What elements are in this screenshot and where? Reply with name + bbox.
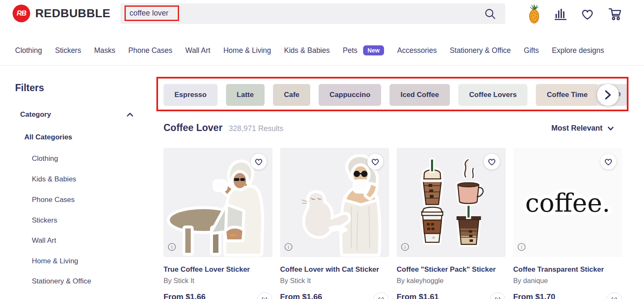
product-image-woman-robe-coffee-table[interactable]: i — [164, 148, 273, 257]
sticker-text: coffee. — [525, 188, 610, 218]
price-row: From $1.70 — [513, 292, 622, 299]
pineapple-avatar-icon[interactable] — [527, 4, 541, 24]
product-artist[interactable]: By kaleyhoggle — [397, 277, 506, 285]
product-card[interactable]: i Coffee Lover with Cat Sticker By Stick… — [280, 148, 389, 299]
product-card[interactable]: i True Coffee Lover Sticker By Stick It … — [164, 148, 273, 299]
annotation-search-highlight — [125, 5, 179, 21]
product-card[interactable]: coffee. i Coffee Transparent Sticker By … — [513, 148, 622, 299]
sidebar-item-wall-art[interactable]: Wall Art — [32, 236, 56, 245]
favorite-button[interactable] — [251, 154, 267, 170]
filters-title: Filters — [15, 82, 44, 94]
header-icons — [527, 0, 622, 28]
svg-text:i: i — [171, 244, 173, 250]
svg-text:i: i — [521, 244, 522, 250]
price-row: From $1.61 — [397, 292, 506, 299]
info-icon[interactable]: i — [168, 243, 176, 253]
new-badge: New — [363, 45, 384, 55]
nav-item-explore-designs[interactable]: Explore designs — [552, 46, 604, 55]
sidebar-item-all-categories[interactable]: All Categories — [24, 133, 72, 142]
nav-item-wall-art[interactable]: Wall Art — [185, 46, 210, 55]
chevron-up-icon — [127, 111, 133, 118]
nav-item-pets[interactable]: Pets New — [343, 45, 384, 55]
results-title: Coffee Lover — [164, 122, 223, 134]
category-nav: Clothing Stickers Masks Phone Cases Wall… — [15, 42, 604, 59]
redbubble-logo-icon: RB — [13, 5, 30, 22]
nav-item-phone-cases[interactable]: Phone Cases — [128, 46, 172, 55]
add-to-cart-icon[interactable] — [490, 292, 506, 299]
price-row: From $1.66 — [164, 292, 273, 299]
redbubble-search-page: RB REDBUBBLE coffee lover — [0, 0, 644, 299]
sidebar-item-clothing[interactable]: Clothing — [32, 155, 58, 163]
favorite-button[interactable] — [600, 154, 616, 170]
nav-item-home-living[interactable]: Home & Living — [223, 46, 271, 55]
category-filter-label: Category — [20, 110, 51, 119]
product-price: From $1.66 — [280, 292, 322, 299]
logo-monogram: RB — [17, 9, 26, 18]
info-icon[interactable]: i — [284, 243, 293, 253]
sort-dropdown[interactable]: Most Relevant — [551, 124, 614, 133]
product-title[interactable]: Coffee Lover with Cat Sticker — [280, 265, 389, 274]
product-title[interactable]: True Coffee Lover Sticker — [164, 265, 273, 274]
nav-item-clothing[interactable]: Clothing — [15, 46, 42, 55]
sidebar-item-phone-cases[interactable]: Phone Cases — [32, 196, 75, 204]
search-icon[interactable] — [484, 8, 496, 21]
nav-item-stickers[interactable]: Stickers — [55, 46, 81, 55]
nav-item-gifts[interactable]: Gifts — [524, 46, 539, 55]
product-artist[interactable]: By Stick It — [164, 277, 273, 285]
product-price: From $1.70 — [513, 292, 555, 299]
price-row: From $1.66 — [280, 292, 389, 299]
sidebar-item-home-living[interactable]: Home & Living — [32, 257, 78, 265]
info-icon[interactable]: i — [517, 243, 526, 253]
nav-item-pets-label: Pets — [343, 46, 358, 55]
sidebar-item-stickers[interactable]: Stickers — [32, 216, 57, 225]
category-filter-header[interactable]: Category — [20, 110, 133, 119]
product-card[interactable]: i Coffee "Sticker Pack" Sticker By kaley… — [397, 148, 506, 299]
product-price: From $1.61 — [397, 292, 439, 299]
header: RB REDBUBBLE coffee lover — [0, 0, 644, 28]
info-icon[interactable]: i — [401, 243, 409, 253]
sidebar-item-stationery-office[interactable]: Stationery & Office — [32, 277, 91, 286]
results-header: Coffee Lover 328,971 Results — [164, 122, 283, 134]
chevron-down-icon — [608, 125, 614, 132]
nav-item-accessories[interactable]: Accessories — [397, 46, 436, 55]
svg-text:i: i — [288, 244, 289, 250]
annotation-chips-highlight — [156, 77, 628, 111]
nav-item-kids-babies[interactable]: Kids & Babies — [284, 46, 330, 55]
sidebar-item-kids-babies[interactable]: Kids & Babies — [32, 175, 76, 184]
nav-item-masks[interactable]: Masks — [94, 46, 115, 55]
sort-selected-value: Most Relevant — [551, 124, 602, 133]
redbubble-logo[interactable]: RB REDBUBBLE — [13, 5, 110, 22]
product-image-coffee-sticker-pack[interactable]: i — [397, 148, 506, 257]
add-to-cart-icon[interactable] — [257, 292, 273, 299]
svg-text:i: i — [404, 244, 406, 250]
product-title[interactable]: Coffee Transparent Sticker — [513, 265, 622, 274]
heart-icon[interactable] — [580, 8, 595, 21]
favorite-button[interactable] — [367, 154, 383, 170]
cart-icon[interactable] — [608, 7, 622, 21]
bar-chart-icon[interactable] — [554, 7, 567, 21]
product-image-woman-towel-cat[interactable]: i — [280, 148, 389, 257]
favorite-button[interactable] — [484, 154, 500, 170]
nav-item-stationery-office[interactable]: Stationery & Office — [450, 46, 511, 55]
nav-divider — [0, 65, 644, 66]
add-to-cart-icon[interactable] — [373, 292, 389, 299]
results-count: 328,971 Results — [229, 124, 283, 133]
brand-wordmark: REDBUBBLE — [35, 7, 110, 20]
product-artist[interactable]: By danique — [513, 277, 622, 285]
product-title[interactable]: Coffee "Sticker Pack" Sticker — [397, 265, 506, 274]
product-artist[interactable]: By Stick It — [280, 277, 389, 285]
product-image-coffee-text[interactable]: coffee. i — [513, 148, 622, 257]
add-to-cart-icon[interactable] — [606, 292, 622, 299]
product-price: From $1.66 — [164, 292, 205, 299]
